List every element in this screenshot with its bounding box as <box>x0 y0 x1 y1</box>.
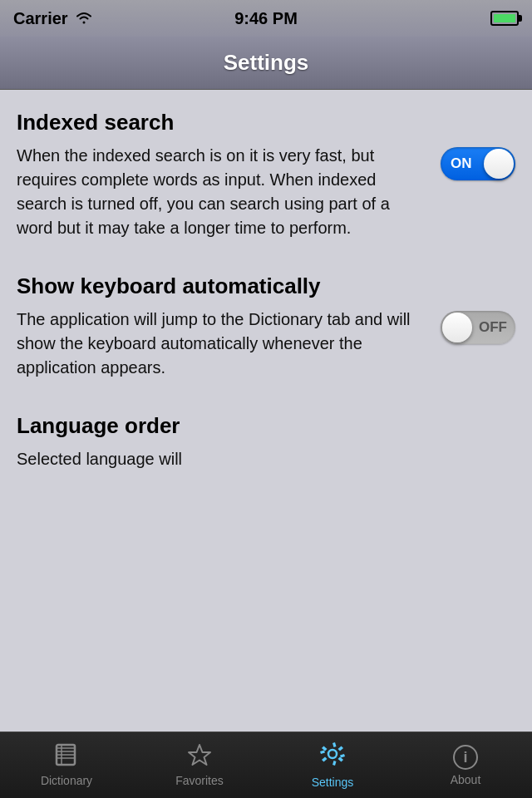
wifi-icon <box>75 9 93 28</box>
nav-bar: Settings <box>0 37 532 90</box>
tab-settings[interactable]: Settings <box>266 732 399 798</box>
battery-icon <box>490 11 519 26</box>
about-icon: i <box>453 745 478 770</box>
show-keyboard-section: Show keyboard automatically The applicat… <box>17 273 515 380</box>
tab-about-label: About <box>451 773 481 786</box>
show-keyboard-title: Show keyboard automatically <box>17 273 515 299</box>
show-keyboard-description: The application will jump to the Diction… <box>17 308 427 380</box>
info-circle-icon: i <box>453 745 478 770</box>
show-keyboard-toggle[interactable]: OFF <box>441 311 515 344</box>
status-left: Carrier <box>13 9 93 28</box>
indexed-search-toggle-knob <box>484 149 514 179</box>
language-order-title: Language order <box>17 413 515 439</box>
svg-marker-6 <box>189 745 210 765</box>
status-time: 9:46 PM <box>234 9 298 28</box>
carrier-label: Carrier <box>13 9 68 28</box>
content-area: Indexed search When the indexed search i… <box>0 90 532 732</box>
svg-point-7 <box>328 750 337 758</box>
show-keyboard-content: The application will jump to the Diction… <box>17 308 515 380</box>
indexed-search-description: When the indexed search is on it is very… <box>17 144 427 240</box>
tab-about[interactable]: i About <box>399 732 532 798</box>
show-keyboard-toggle-area: OFF <box>441 308 515 344</box>
status-right <box>490 11 519 26</box>
indexed-search-toggle-area: ON <box>441 144 515 180</box>
tab-bar: Dictionary Favorites <box>0 732 532 798</box>
show-keyboard-toggle-label: OFF <box>479 319 507 336</box>
tab-favorites-label: Favorites <box>175 774 224 787</box>
indexed-search-title: Indexed search <box>17 110 515 135</box>
page-title: Settings <box>224 50 309 76</box>
tab-favorites[interactable]: Favorites <box>133 732 266 798</box>
tab-dictionary-label: Dictionary <box>41 774 92 787</box>
settings-icon <box>319 741 346 772</box>
dictionary-icon <box>54 743 79 771</box>
language-order-section: Language order Selected language will <box>17 413 515 471</box>
tab-dictionary[interactable]: Dictionary <box>0 732 133 798</box>
language-order-description: Selected language will <box>17 447 515 471</box>
status-bar: Carrier 9:46 PM <box>0 0 532 37</box>
indexed-search-content: When the indexed search is on it is very… <box>17 144 515 240</box>
favorites-icon <box>187 743 212 771</box>
indexed-search-section: Indexed search When the indexed search i… <box>17 110 515 240</box>
show-keyboard-toggle-knob <box>442 313 472 342</box>
indexed-search-toggle-label: ON <box>451 155 472 172</box>
tab-settings-label: Settings <box>312 776 354 789</box>
indexed-search-toggle[interactable]: ON <box>441 147 515 180</box>
battery-fill <box>494 14 515 22</box>
